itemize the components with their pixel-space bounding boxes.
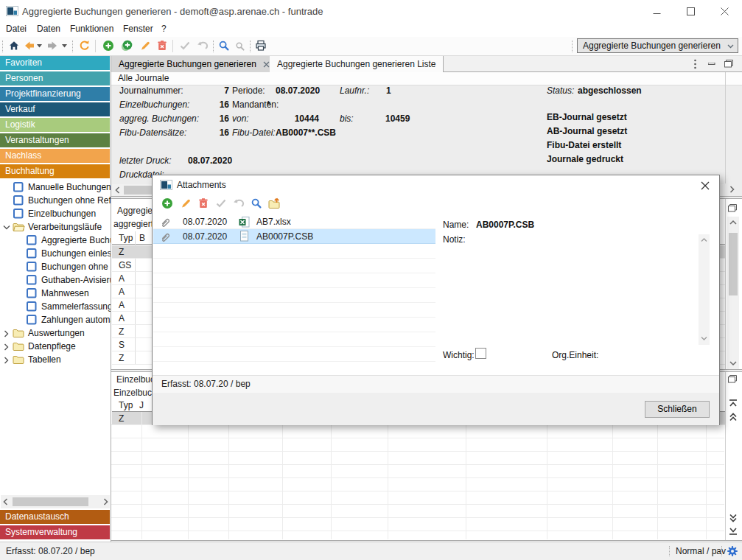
sidebar-item-buchungen-ohne-r[interactable]: Buchungen ohne R [0,260,111,273]
toolbar-separator [172,40,173,52]
dialog-close-button[interactable] [697,179,713,192]
notiz-scrollbar[interactable] [699,234,710,345]
attachment-row[interactable]: 08.07.2020 AB7.xlsx [153,214,435,229]
sidebar-item-tabellen[interactable]: Tabellen [0,353,111,366]
maximize-button[interactable] [674,0,707,22]
print-button[interactable] [255,40,267,52]
scrollbar-thumb[interactable] [729,233,738,295]
delete-attachment-button[interactable] [197,197,209,209]
sidebar-section-veranstaltungen[interactable]: Veranstaltungen [0,133,110,147]
sidebar-item-verarbeitungslaeufe[interactable]: Verarbeitungsläufe [0,220,111,234]
edit-button[interactable] [139,40,151,52]
sidebar-item-zahlungen-automatisch[interactable]: Zahlungen automat [0,313,111,326]
scroll-left-icon[interactable] [2,498,10,505]
sidebar-section-personen[interactable]: Personen [0,71,110,85]
undo-button[interactable] [232,197,245,209]
sidebar-section-buchhaltung[interactable]: Buchhaltung [0,164,110,178]
confirm-button[interactable] [215,197,227,209]
sidebar-item-mahnwesen[interactable]: Mahnwesen [0,287,111,300]
sidebar-section-logistik[interactable]: Logistik [0,118,110,132]
search-secondary-button[interactable] [235,41,245,52]
sidebar-item-einzelbuchungen[interactable]: Einzelbuchungen [0,207,111,220]
menu-daten[interactable]: Daten [37,24,60,34]
scroll-down-icon[interactable] [701,336,707,341]
sidebar-item-sammelerfassung[interactable]: Sammelerfassung S [0,300,111,313]
page-up-icon[interactable] [729,413,738,421]
sidebar-item-buchungen-ohne-referenz[interactable]: Buchungen ohne Refe [0,194,111,207]
panel-restore-icon[interactable] [724,60,733,68]
scroll-up-icon[interactable] [701,237,707,242]
vertical-scrollbar[interactable] [727,217,739,369]
view-selector[interactable]: Aggregierte Buchungen generieren [577,38,738,53]
search-button[interactable] [251,197,262,209]
tab-aggregierte-buchungen-generieren-liste[interactable]: Aggregierte Buchungen generieren Liste [270,56,444,72]
scroll-up-icon[interactable] [729,220,737,225]
scroll-bottom-icon[interactable] [729,527,738,535]
scroll-left-icon[interactable] [114,186,122,194]
menu-fenster[interactable]: Fenster [123,24,153,34]
wichtig-checkbox[interactable] [475,348,486,359]
scroll-right-icon[interactable] [102,498,109,505]
sidebar-section-datenaustausch[interactable]: Datenaustausch [0,510,110,524]
col-typ: Typ [119,400,133,410]
settings-gear-icon[interactable] [727,545,738,557]
panel-restore-icon[interactable] [728,375,737,383]
menu-help[interactable]: ? [161,24,167,34]
home-button[interactable] [8,40,20,52]
sidebar-item-buchungen-einlesen[interactable]: Buchungen einlese [0,247,111,260]
panel-minimize-icon[interactable] [708,63,715,66]
sidebar-item-datenpflege[interactable]: Datenpflege [0,340,111,353]
sidebar-hscrollbar[interactable] [1,495,110,508]
trash-icon [197,197,209,209]
refresh-button[interactable] [78,40,90,52]
add-special-button[interactable] [121,40,133,52]
tab-aggregierte-buchungen-generieren[interactable]: Aggregierte Buchungen generieren [111,56,278,72]
sidebar-section-favoriten[interactable]: Favoriten [0,56,110,70]
sidebar-section-nachlass[interactable]: Nachlass [0,149,110,163]
sidebar-section-verkauf[interactable]: Verkauf [0,102,110,116]
periode-label: Periode: [232,84,265,97]
confirm-button[interactable] [179,40,191,52]
sidebar-item-manuelle-buchungen[interactable]: Manuelle Buchungen [0,181,111,194]
open-folder-button[interactable] [268,197,281,209]
tab-close-icon[interactable] [263,61,270,68]
schliessen-button[interactable]: Schließen [645,401,710,418]
page-down-icon[interactable] [729,514,738,522]
scroll-down-icon[interactable] [729,360,737,366]
edit-attachment-button[interactable] [180,197,192,209]
csb-file-icon [239,231,250,242]
add-attachment-button[interactable] [161,197,173,209]
forward-button[interactable] [47,40,58,52]
scrollbar-thumb[interactable] [13,497,88,506]
menu-datei[interactable]: Datei [6,24,27,34]
chevron-right-icon[interactable] [4,343,9,351]
sidebar-item-aggregierte-buchungen[interactable]: Aggregierte Buchun [0,234,111,247]
sidebar-item-guthaben-avisierung[interactable]: Guthaben-Avisierun [0,273,111,287]
chevron-down-icon[interactable] [3,225,10,230]
search-button[interactable] [218,40,230,52]
chevron-right-icon[interactable] [4,357,9,364]
forward-dropdown[interactable] [62,44,68,48]
add-button[interactable] [102,40,114,52]
undo-button[interactable] [196,40,209,52]
close-button[interactable] [708,0,741,22]
tab-options-icon[interactable] [693,59,697,69]
scroll-right-icon[interactable] [728,186,735,193]
panel-restore-icon[interactable] [728,204,737,212]
tabbar: Aggregierte Buchungen generieren Aggregi… [111,56,742,72]
delete-button[interactable] [156,40,168,52]
sidebar-section-systemverwaltung[interactable]: Systemverwaltung [0,525,110,539]
attachment-date: 08.07.2020 [183,229,227,244]
sidebar-item-auswertungen[interactable]: Auswertungen [0,326,111,340]
notiz-textarea[interactable] [477,234,698,345]
minimize-button[interactable] [640,0,673,22]
menu-funktionen[interactable]: Funktionen [70,24,113,34]
sidebar-section-projektfinanzierung[interactable]: Projektfinanzierung [0,87,110,101]
scroll-top-icon[interactable] [729,399,738,407]
back-dropdown[interactable] [37,44,43,48]
back-button[interactable] [24,40,35,52]
attachment-row-selected[interactable]: 08.07.2020 AB0007P.CSB [153,229,435,244]
chevron-right-icon[interactable] [4,330,9,337]
attachment-row-empty [153,259,435,273]
panel-title: Einzelbuc [116,374,155,385]
